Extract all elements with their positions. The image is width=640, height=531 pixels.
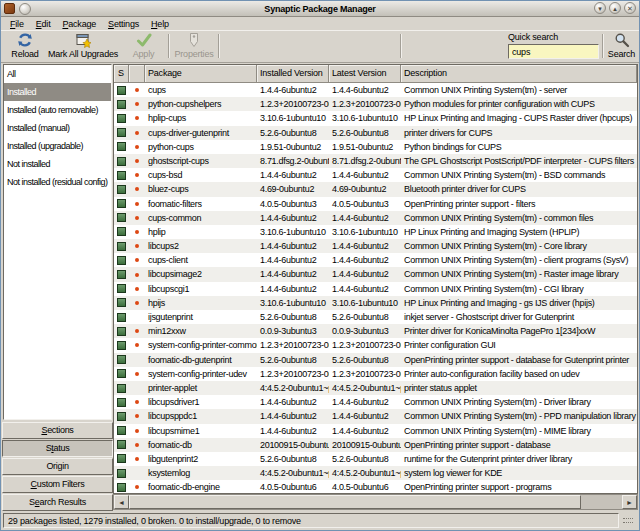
- sidebar-button-custom-filters[interactable]: Custom Filters: [2, 476, 113, 493]
- table-row[interactable]: foomatic-db20100915-0ubuntu20100915-0ubu…: [114, 438, 637, 452]
- latest-version: 8.71.dfsg.2-0ubuntu: [329, 154, 401, 168]
- table-row[interactable]: hplip-cups3.10.6-1ubuntu103.10.6-1ubuntu…: [114, 111, 637, 125]
- table-row[interactable]: bluez-cups4.69-0ubuntu24.69-0ubuntu2Blue…: [114, 182, 637, 196]
- installed-version: 4:4.5.2-0ubuntu1~p: [257, 466, 329, 480]
- package-name: libcupsmime1: [145, 424, 257, 438]
- installed-status-icon: [117, 398, 126, 407]
- menu-file[interactable]: File: [4, 18, 30, 30]
- apply-button[interactable]: Apply: [121, 31, 166, 61]
- mark-all-upgrades-button[interactable]: Mark All Upgrades: [41, 31, 125, 61]
- installed-status-icon: [117, 327, 126, 336]
- menu-edit[interactable]: Edit: [30, 18, 57, 30]
- table-row[interactable]: libcupscgi11.4.4-6ubuntu21.4.4-6ubuntu2C…: [114, 282, 637, 296]
- package-description: HP Linux Printing and Imaging - gs IJS d…: [401, 296, 637, 310]
- installed-status-icon: [117, 270, 126, 279]
- table-row[interactable]: system-config-printer-common1.2.3+201007…: [114, 338, 637, 352]
- package-description: runtime for the Gutenprint printer drive…: [401, 452, 637, 466]
- installed-version: 1.2.3+20100723-0u: [257, 367, 329, 381]
- table-row[interactable]: libcupsdriver11.4.4-6ubuntu21.4.4-6ubunt…: [114, 395, 637, 409]
- package-description: system log viewer for KDE: [401, 466, 637, 480]
- scrollbar-trough[interactable]: [581, 495, 622, 509]
- table-row[interactable]: cups1.4.4-6ubuntu21.4.4-6ubuntu2Common U…: [114, 83, 637, 97]
- column-header-package[interactable]: Package: [145, 65, 257, 82]
- scroll-left-icon[interactable]: ◄: [114, 495, 129, 509]
- package-description: OpenPrinting printer support - database …: [401, 353, 637, 367]
- package-name: cups-common: [145, 211, 257, 225]
- package-name: ksystemlog: [145, 466, 257, 480]
- scroll-right-icon[interactable]: ►: [622, 495, 637, 509]
- table-row[interactable]: python-cupshelpers1.2.3+20100723-0u1.2.3…: [114, 97, 637, 111]
- filter-item[interactable]: All: [4, 65, 111, 83]
- title-bar[interactable]: Synaptic Package Manager ▾ ▴ ✕: [1, 1, 639, 17]
- table-row[interactable]: libcupsppdc11.4.4-6ubuntu21.4.4-6ubuntu2…: [114, 409, 637, 423]
- filter-item[interactable]: Not installed: [4, 155, 111, 173]
- table-row[interactable]: foomatic-db-gutenprint5.2.6-0ubuntu85.2.…: [114, 353, 637, 367]
- maximize-icon[interactable]: ▴: [609, 2, 621, 14]
- column-header-latest-version[interactable]: Latest Version: [329, 65, 401, 82]
- filter-item[interactable]: Installed (upgradable): [4, 137, 111, 155]
- package-name: foomatic-db: [145, 438, 257, 452]
- window-title: Synaptic Package Manager: [1, 4, 639, 14]
- table-row[interactable]: libcups21.4.4-6ubuntu21.4.4-6ubuntu2Comm…: [114, 239, 637, 253]
- table-row[interactable]: ghostscript-cups8.71.dfsg.2-0ubuntu8.71.…: [114, 154, 637, 168]
- package-name: libcupsimage2: [145, 267, 257, 281]
- latest-version: 1.4.4-6ubuntu2: [329, 282, 401, 296]
- toolbar: Reload Mark All Upgrades Apply: [1, 30, 639, 63]
- filter-item[interactable]: Not installed (residual config): [4, 173, 111, 191]
- column-header-supported[interactable]: [129, 65, 145, 82]
- minimize-icon[interactable]: ▾: [594, 2, 606, 14]
- table-row[interactable]: libcupsimage21.4.4-6ubuntu21.4.4-6ubuntu…: [114, 267, 637, 281]
- close-icon[interactable]: ✕: [624, 2, 636, 14]
- ubuntu-supported-icon: [135, 230, 139, 234]
- ubuntu-supported-icon: [135, 216, 139, 220]
- table-header: S Package Installed Version Latest Versi…: [114, 65, 637, 83]
- latest-version: 4.0.5-0ubuntu3: [329, 197, 401, 211]
- search-button[interactable]: Search: [605, 31, 638, 61]
- properties-button[interactable]: Properties: [171, 31, 217, 61]
- package-description: Python modules for printer configuration…: [401, 97, 637, 111]
- table-row[interactable]: libgutenprint25.2.6-0ubuntu85.2.6-0ubunt…: [114, 452, 637, 466]
- filter-item[interactable]: Installed: [4, 83, 111, 101]
- table-row[interactable]: printer-applet4:4.5.2-0ubuntu1~p4:4.5.2-…: [114, 381, 637, 395]
- filter-item[interactable]: Installed (manual): [4, 119, 111, 137]
- table-row[interactable]: system-config-printer-udev1.2.3+20100723…: [114, 367, 637, 381]
- table-row[interactable]: ksystemlog4:4.5.2-0ubuntu1~p4:4.5.2-0ubu…: [114, 466, 637, 480]
- resize-grip[interactable]: [622, 517, 636, 526]
- table-row[interactable]: foomatic-filters4.0.5-0ubuntu34.0.5-0ubu…: [114, 197, 637, 211]
- table-row[interactable]: cups-client1.4.4-6ubuntu21.4.4-6ubuntu2C…: [114, 253, 637, 267]
- package-description: Common UNIX Printing System(tm) - Driver…: [401, 395, 637, 409]
- table-row[interactable]: cups-driver-gutenprint5.2.6-0ubuntu85.2.…: [114, 126, 637, 140]
- quick-search-input[interactable]: [508, 44, 599, 59]
- package-name: foomatic-filters: [145, 197, 257, 211]
- package-name: printer-applet: [145, 381, 257, 395]
- column-header-description[interactable]: Description: [401, 65, 637, 82]
- package-description: Common UNIX Printing System(tm) - Raster…: [401, 267, 637, 281]
- table-row[interactable]: python-cups1.9.51-0ubuntu21.9.51-0ubuntu…: [114, 140, 637, 154]
- package-name: cups-client: [145, 253, 257, 267]
- table-row[interactable]: hplip3.10.6-1ubuntu103.10.6-1ubuntu10HP …: [114, 225, 637, 239]
- package-name: min12xxw: [145, 324, 257, 338]
- latest-version: 3.10.6-1ubuntu10: [329, 296, 401, 310]
- column-header-status[interactable]: S: [114, 65, 129, 82]
- sidebar-button-status[interactable]: Status: [2, 440, 113, 457]
- table-row[interactable]: min12xxw0.0.9-3ubuntu30.0.9-3ubuntu3Prin…: [114, 324, 637, 338]
- menu-package[interactable]: Package: [56, 18, 102, 30]
- sidebar-button-origin[interactable]: Origin: [2, 458, 113, 475]
- menu-settings[interactable]: Settings: [102, 18, 145, 30]
- installed-status-icon: [117, 384, 126, 393]
- sidebar-button-sections[interactable]: Sections: [2, 422, 113, 439]
- ubuntu-supported-icon: [135, 131, 139, 135]
- menu-help[interactable]: Help: [145, 18, 175, 30]
- table-row[interactable]: foomatic-db-engine4.0.5-0ubuntu64.0.5-0u…: [114, 480, 637, 494]
- column-header-installed-version[interactable]: Installed Version: [257, 65, 329, 82]
- package-description: Common UNIX Printing System(tm) - BSD co…: [401, 168, 637, 182]
- table-row[interactable]: ijsgutenprint5.2.6-0ubuntu85.2.6-0ubuntu…: [114, 310, 637, 324]
- sidebar-button-search-results[interactable]: Search Results: [2, 494, 113, 511]
- table-row[interactable]: libcupsmime11.4.4-6ubuntu21.4.4-6ubuntu2…: [114, 424, 637, 438]
- table-row[interactable]: cups-common1.4.4-6ubuntu21.4.4-6ubuntu2C…: [114, 211, 637, 225]
- table-row[interactable]: hpijs3.10.6-1ubuntu103.10.6-1ubuntu10HP …: [114, 296, 637, 310]
- filter-item[interactable]: Installed (auto removable): [4, 101, 111, 119]
- package-description: Common UNIX Printing System(tm) - MIME l…: [401, 424, 637, 438]
- scrollbar-thumb[interactable]: [129, 495, 581, 509]
- table-row[interactable]: cups-bsd1.4.4-6ubuntu21.4.4-6ubuntu2Comm…: [114, 168, 637, 182]
